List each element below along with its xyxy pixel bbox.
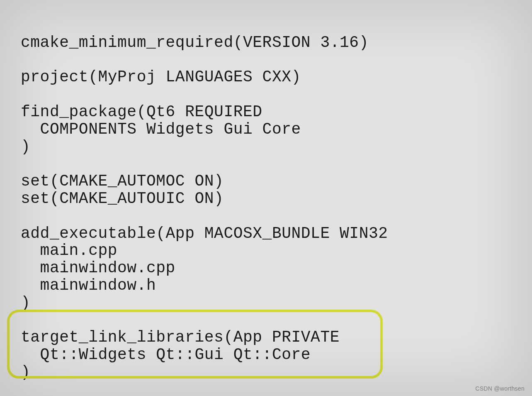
code-line: set(CMAKE_AUTOUIC ON) (21, 190, 223, 208)
code-line: find_package(Qt6 REQUIRED (21, 103, 262, 121)
code-line: main.cpp (21, 242, 117, 259)
code-line: Qt::Widgets Qt::Gui Qt::Core (21, 346, 311, 364)
watermark-text: CSDN @worthsen (475, 385, 525, 392)
code-line: target_link_libraries(App PRIVATE (21, 328, 340, 346)
code-line: cmake_minimum_required(VERSION 3.16) (21, 34, 369, 51)
code-line: mainwindow.cpp (21, 259, 175, 277)
code-line: add_executable(App MACOSX_BUNDLE WIN32 (21, 225, 388, 242)
code-line: ) (21, 138, 30, 156)
code-line: COMPONENTS Widgets Gui Core (21, 120, 301, 138)
code-block: cmake_minimum_required(VERSION 3.16) pro… (0, 0, 532, 396)
code-line: ) (21, 363, 30, 381)
code-line: set(CMAKE_AUTOMOC ON) (21, 172, 223, 190)
code-line: mainwindow.h (21, 276, 156, 294)
code-line: ) (21, 294, 30, 312)
code-line: project(MyProj LANGUAGES CXX) (21, 68, 301, 86)
